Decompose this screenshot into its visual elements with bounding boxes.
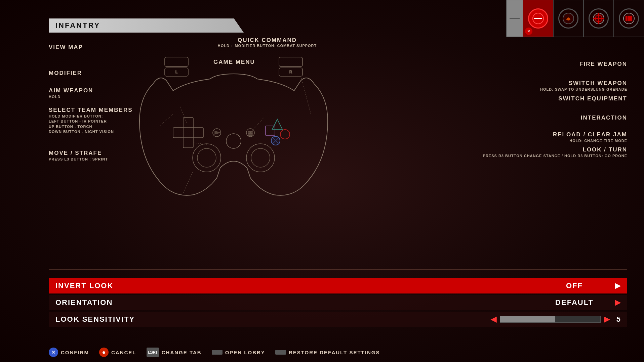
svg-rect-20 (173, 128, 203, 138)
right-label-interaction: INTERACTION (483, 114, 627, 122)
svg-rect-10 (626, 16, 628, 21)
right-label-switch-weapon: SWITCH WEAPON HOLD: SWAP TO UNDERSLUNG G… (483, 80, 627, 92)
svg-rect-15 (165, 57, 188, 66)
hud-icon-3 (583, 0, 614, 37)
open-lobby-label: OPEN LOBBY (225, 350, 265, 355)
right-label-switch-equipment: SWITCH EQUIPMENT (483, 95, 627, 102)
orientation-label: ORIENTATION (55, 298, 541, 307)
svg-point-25 (197, 148, 216, 167)
svg-point-27 (251, 148, 270, 167)
invert-look-arrow-right[interactable]: ▶ (615, 281, 620, 290)
main-content: QUICK COMMAND HOLD + MODIFIER BUTTON: CO… (49, 34, 627, 328)
change-tab-icon: L1/R1 (147, 348, 159, 357)
settings-area: INVERT LOOK OFF ▶ ORIENTATION DEFAULT ▶ … (49, 278, 627, 328)
look-sensitivity-arrow-left[interactable]: ◀ (491, 315, 496, 324)
toolbar-cancel[interactable]: ● CANCEL (99, 348, 136, 357)
orientation-value: DEFAULT (541, 298, 608, 307)
invert-look-label: INVERT LOOK (55, 281, 541, 290)
restore-defaults-icon (275, 350, 286, 355)
change-tab-label: CHANGE TAB (162, 350, 202, 355)
look-sensitivity-value: 5 (616, 315, 620, 324)
slider-fill (500, 316, 555, 322)
confirm-label: CONFIRM (61, 350, 89, 355)
svg-rect-35 (248, 131, 252, 132)
svg-rect-19 (183, 118, 193, 148)
tab-header: INFANTRY (49, 18, 250, 33)
hud-circle-1 (528, 8, 548, 29)
quick-command-label: QUICK COMMAND (183, 37, 351, 44)
hud-top-right: ✕ (506, 0, 644, 37)
divider (49, 269, 627, 270)
left-label-select-team: SELECT TEAM MEMBERS HOLD MODIFIER BUTTON… (49, 106, 133, 135)
cancel-icon: ● (99, 348, 109, 357)
svg-line-41 (183, 172, 193, 193)
right-label-look-turn: LOOK / TURN PRESS R3 BUTTON CHANGE STANC… (483, 146, 627, 159)
confirm-icon: ✕ (49, 348, 58, 357)
look-sensitivity-arrow-right[interactable]: ▶ (604, 315, 610, 324)
look-sensitivity-slider[interactable] (500, 316, 601, 323)
open-lobby-icon (212, 350, 223, 355)
svg-point-30 (280, 130, 290, 139)
svg-rect-18 (279, 57, 303, 66)
svg-line-39 (160, 114, 173, 126)
restore-defaults-label: RESTORE DEFAULT SETTINGS (289, 350, 380, 355)
toolbar-open-lobby[interactable]: OPEN LOBBY (212, 350, 265, 355)
right-labels: FIRE WEAPON SWITCH WEAPON HOLD: SWAP TO … (483, 60, 627, 162)
controller-diagram: L R (133, 54, 334, 215)
svg-text:R: R (289, 70, 292, 74)
svg-line-40 (193, 143, 207, 144)
svg-text:L: L (175, 70, 177, 74)
cancel-label: CANCEL (111, 350, 136, 355)
svg-marker-22 (215, 131, 220, 134)
hud-icon-4 (614, 0, 644, 37)
svg-point-24 (193, 144, 221, 172)
svg-point-33 (271, 136, 280, 145)
left-label-view-map: VIEW MAP (49, 44, 133, 51)
setting-row-invert-look[interactable]: INVERT LOOK OFF ▶ (49, 278, 627, 293)
svg-point-4 (567, 18, 570, 20)
left-labels: VIEW MAP MODIFIER AIM WEAPON HOLD SELECT… (49, 42, 133, 165)
left-label-move-strafe: MOVE / STRAFE PRESS L3 BUTTON : SPRINT (49, 149, 133, 162)
tab-label[interactable]: INFANTRY (49, 18, 244, 33)
hud-icon-2 (553, 0, 583, 37)
look-sensitivity-label: LOOK SENSITIVITY (55, 315, 491, 324)
bottom-toolbar: ✕ CONFIRM ● CANCEL L1/R1 CHANGE TAB OPEN… (49, 348, 627, 357)
svg-line-43 (301, 76, 311, 114)
left-label-aim-weapon: AIM WEAPON HOLD (49, 87, 133, 99)
svg-point-23 (226, 134, 241, 148)
look-sensitivity-slider-container: ◀ ▶ 5 (491, 315, 620, 324)
quick-command-sub: HOLD + MODIFIER BUTTON: COMBAT SUPPORT (183, 44, 351, 48)
orientation-arrow-right[interactable]: ▶ (615, 298, 620, 307)
svg-rect-37 (248, 135, 252, 136)
svg-marker-28 (272, 119, 282, 129)
left-label-modifier: MODIFIER (49, 70, 133, 77)
right-label-fire-weapon: FIRE WEAPON (483, 60, 627, 68)
svg-rect-11 (628, 16, 630, 21)
invert-look-value: OFF (541, 281, 608, 290)
svg-line-42 (250, 118, 264, 133)
hud-icon-grey (506, 0, 523, 37)
hud-circle-4 (619, 8, 639, 29)
hud-circle-2 (558, 8, 578, 29)
hud-circle-3 (589, 8, 609, 29)
svg-rect-36 (248, 133, 252, 134)
toolbar-confirm[interactable]: ✕ CONFIRM (49, 348, 89, 357)
hud-icon-1: ✕ (523, 0, 553, 37)
toolbar-restore-defaults[interactable]: RESTORE DEFAULT SETTINGS (275, 350, 380, 355)
setting-row-look-sensitivity[interactable]: LOOK SENSITIVITY ◀ ▶ 5 (49, 312, 627, 327)
svg-rect-12 (630, 16, 632, 21)
toolbar-change-tab[interactable]: L1/R1 CHANGE TAB (147, 348, 202, 357)
right-label-reload: RELOAD / CLEAR JAM HOLD: CHANGE FIRE MOD… (483, 131, 627, 143)
top-center-labels: QUICK COMMAND HOLD + MODIFIER BUTTON: CO… (183, 37, 351, 48)
setting-row-orientation[interactable]: ORIENTATION DEFAULT ▶ (49, 295, 627, 310)
svg-point-26 (246, 144, 275, 172)
